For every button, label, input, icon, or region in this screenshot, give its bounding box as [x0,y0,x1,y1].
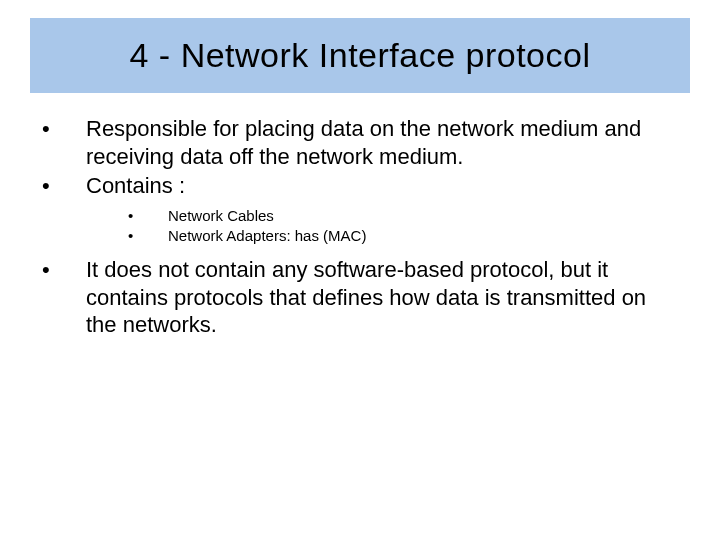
slide-title-bar: 4 - Network Interface protocol [30,18,690,93]
bullet-text: It does not contain any software-based p… [86,256,680,339]
slide-body: • Responsible for placing data on the ne… [40,115,680,339]
sub-bullet-text: Network Adapters: has (MAC) [168,226,680,246]
slide: 4 - Network Interface protocol • Respons… [0,18,720,540]
bullet-item: • It does not contain any software-based… [40,256,680,339]
sub-bullet-item: • Network Cables [40,206,680,226]
sub-bullet-item: • Network Adapters: has (MAC) [40,226,680,246]
bullet-mark: • [40,256,86,284]
sub-bullet-mark: • [128,206,168,226]
bullet-mark: • [40,172,86,200]
sub-bullet-mark: • [128,226,168,246]
bullet-text: Responsible for placing data on the netw… [86,115,680,170]
bullet-text: Contains : [86,172,680,200]
sub-bullet-list: • Network Cables • Network Adapters: has… [40,206,680,247]
slide-title: 4 - Network Interface protocol [130,36,591,74]
bullet-item: • Contains : [40,172,680,200]
bullet-item: • Responsible for placing data on the ne… [40,115,680,170]
bullet-mark: • [40,115,86,143]
sub-bullet-text: Network Cables [168,206,680,226]
